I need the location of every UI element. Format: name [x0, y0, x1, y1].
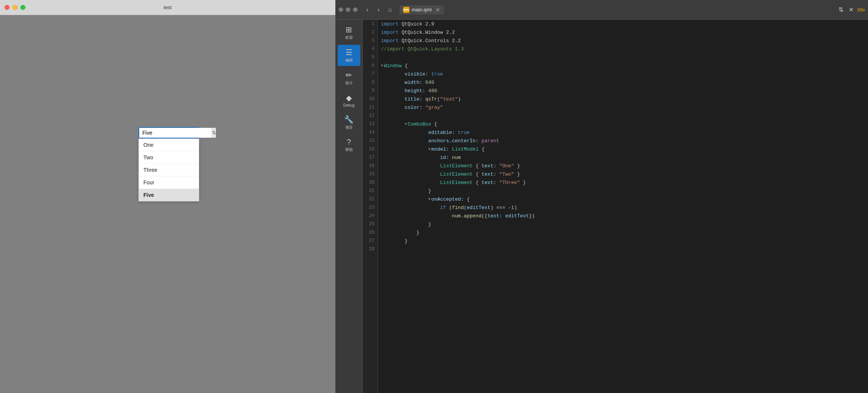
code-line-6: ▼Window {: [381, 61, 868, 70]
code-line-2: import QtQuick.Window 2.2: [381, 28, 868, 36]
line-num-18: 18: [363, 162, 377, 170]
line-numbers: 1 2 3 4 5 6 7 8 9 10 11 12 13 14 15 16 1…: [363, 20, 378, 393]
sidebar-label-debug: Debug: [343, 103, 354, 107]
sidebar-item-welcome[interactable]: ⊞ 欢迎: [338, 22, 360, 43]
combobox-container: ⇅ One Two Three Four Five: [138, 127, 199, 201]
tab-close-button[interactable]: ✕: [436, 7, 440, 13]
help-icon: ?: [347, 138, 351, 146]
test-window: test ⇅ One Two Three Four Five: [0, 0, 335, 393]
sidebar-item-debug[interactable]: ◆ Debug: [338, 90, 360, 110]
code-line-8: width: 640: [381, 78, 868, 86]
line-num-19: 19: [363, 170, 377, 178]
line-num-16: 16: [363, 145, 377, 153]
line-num-11: 11: [363, 103, 377, 112]
code-line-5: [381, 53, 868, 61]
code-line-18: ListElement { text: "One" }: [381, 162, 868, 170]
line-num-17: 17: [363, 153, 377, 162]
fold-arrow-13[interactable]: ▼: [404, 122, 407, 126]
dropdown-item-two[interactable]: Two: [139, 151, 199, 164]
combobox[interactable]: ⇅: [138, 127, 199, 138]
topbar-actions: ⇅ ✕ title: [837, 5, 865, 15]
code-line-13: ▼ComboBox {: [381, 120, 868, 128]
nav-forward-button[interactable]: ›: [374, 5, 384, 15]
sidebar-label-help: 帮助: [345, 147, 353, 152]
combobox-arrow[interactable]: ⇅: [212, 128, 216, 138]
line-num-7: 7: [363, 70, 377, 78]
code-line-7: visible: true: [381, 70, 868, 78]
sidebar-label-edit: 编辑: [345, 58, 353, 63]
code-line-26: }: [381, 228, 868, 237]
line-num-25: 25: [363, 220, 377, 228]
code-lines: import QtQuick 2.9 import QtQuick.Window…: [378, 20, 868, 393]
code-line-19: ListElement { text: "Two" }: [381, 170, 868, 178]
line-num-14: 14: [363, 128, 377, 137]
topbar-tl3: [353, 7, 358, 12]
code-line-16: ▼model: ListModel {: [381, 145, 868, 153]
sidebar-item-design[interactable]: ✏ 设计: [338, 68, 360, 89]
line-num-26: 26: [363, 228, 377, 237]
code-line-21: }: [381, 187, 868, 195]
debug-icon: ◆: [346, 93, 352, 102]
line-num-22: 22: [363, 195, 377, 203]
maximize-button[interactable]: [20, 5, 25, 10]
close-file-button[interactable]: ✕: [847, 5, 855, 15]
nav-back-button[interactable]: ‹: [362, 5, 372, 15]
fold-arrow-16[interactable]: ▼: [428, 147, 431, 151]
sidebar-item-help[interactable]: ? 帮助: [338, 135, 360, 156]
code-line-27: }: [381, 237, 868, 245]
line-num-20: 20: [363, 178, 377, 187]
line-num-21: 21: [363, 187, 377, 195]
dropdown-item-three[interactable]: Three: [139, 164, 199, 176]
line-num-1: 1: [363, 20, 377, 28]
qt-main: ⊞ 欢迎 ☰ 编辑 ✏ 设计 ◆ Debug 🔧 项目 ? 帮助: [335, 20, 868, 393]
welcome-icon: ⊞: [346, 25, 352, 34]
code-line-23: if (find(editText) === -1): [381, 203, 868, 212]
line-num-3: 3: [363, 36, 377, 45]
split-view-button[interactable]: ⇅: [837, 5, 845, 15]
line-num-5: 5: [363, 53, 377, 61]
dropdown-item-four[interactable]: Four: [139, 176, 199, 189]
nav-home-button[interactable]: ⌂: [385, 5, 395, 15]
code-line-9: height: 480: [381, 86, 868, 95]
sidebar-label-projects: 项目: [345, 125, 353, 130]
line-num-8: 8: [363, 78, 377, 86]
dropdown-list: One Two Three Four Five: [138, 138, 199, 201]
qt-topbar: ‹ › ⌂ QML main.qml ✕ ⇅ ✕ title: [335, 0, 868, 20]
code-line-10: title: qsTr("test"): [381, 95, 868, 103]
qt-sidebar: ⊞ 欢迎 ☰ 编辑 ✏ 设计 ◆ Debug 🔧 项目 ? 帮助: [335, 20, 363, 393]
file-tab[interactable]: QML main.qml ✕: [399, 5, 444, 14]
line-num-12: 12: [363, 112, 377, 120]
code-line-1: import QtQuick 2.9: [381, 20, 868, 28]
fold-arrow-22[interactable]: ▼: [428, 197, 431, 201]
line-num-6: 6: [363, 61, 377, 70]
combobox-input[interactable]: [139, 128, 212, 138]
topbar-tl2: [346, 7, 351, 12]
sidebar-label-design: 设计: [345, 80, 353, 86]
code-line-22: ▼onAccepted: {: [381, 195, 868, 203]
code-line-17: id: num: [381, 153, 868, 162]
line-num-27: 27: [363, 237, 377, 245]
dropdown-item-five[interactable]: Five: [139, 189, 199, 201]
code-line-11: color: "gray": [381, 103, 868, 112]
code-editor[interactable]: 1 2 3 4 5 6 7 8 9 10 11 12 13 14 15 16 1…: [363, 20, 868, 393]
code-line-25: }: [381, 220, 868, 228]
fold-arrow-6[interactable]: ▼: [381, 64, 383, 68]
projects-icon: 🔧: [344, 115, 354, 124]
close-button[interactable]: [5, 5, 9, 10]
sidebar-item-projects[interactable]: 🔧 项目: [338, 112, 360, 133]
code-line-4: //import QtQuick.Layouts 1.3: [381, 45, 868, 53]
line-num-10: 10: [363, 95, 377, 103]
code-line-12: [381, 112, 868, 120]
qt-creator: ‹ › ⌂ QML main.qml ✕ ⇅ ✕ title ⊞ 欢迎 ☰ 编辑: [335, 0, 868, 393]
code-line-3: import QtQuick.Controls 2.2: [381, 36, 868, 45]
traffic-lights: [5, 5, 25, 10]
minimize-button[interactable]: [13, 5, 17, 10]
topbar-tl1: [338, 7, 343, 12]
code-line-24: num.append({text: editText}): [381, 212, 868, 220]
dropdown-item-one[interactable]: One: [139, 139, 199, 151]
sidebar-item-edit[interactable]: ☰ 编辑: [338, 45, 360, 66]
line-num-9: 9: [363, 86, 377, 95]
topbar-title-label: title: [857, 7, 865, 13]
window-content: ⇅ One Two Three Four Five: [0, 15, 335, 393]
title-bar: test: [0, 0, 335, 15]
